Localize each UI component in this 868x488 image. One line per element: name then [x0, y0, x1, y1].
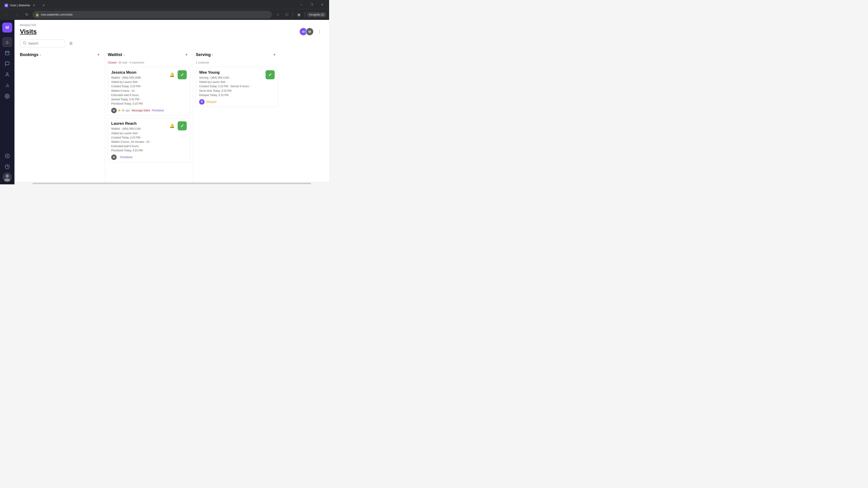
incognito-badge[interactable]: Incognito (2) [307, 12, 327, 17]
lauren-reach-details: Waitlist · (484) 569-1184 · Added by Lau… [111, 127, 166, 153]
header-search [20, 39, 75, 47]
close-button[interactable]: ✕ [317, 1, 327, 8]
wee-young-actions: ✓ [266, 70, 275, 79]
serving-column-title[interactable]: Serving › [196, 53, 213, 57]
tab-title: Visits | Waitwhile [10, 4, 30, 7]
url-text: new.waitwhile.com/visits [41, 13, 269, 16]
serving-column-body: 1 customer Wee Young Serving · (484) 569… [196, 61, 278, 182]
wee-young-check-button[interactable]: ✓ [266, 70, 275, 79]
serving-column-header: Serving › + [196, 49, 278, 61]
lauren-reach-card-top: Lauren Reach Waitlist · (484) 569-1184 ·… [111, 121, 187, 153]
jessica-moon-actions: 🔔 ✓ [168, 70, 187, 79]
wee-young-tag-delayed: Delayed [206, 100, 216, 103]
waitlist-status: Closed [108, 61, 116, 64]
app-header: Moodjoy7434 Visits M M ⋮ [14, 20, 329, 37]
main-content: Moodjoy7434 Visits M M ⋮ [14, 20, 329, 184]
sidebar-item-help[interactable] [2, 162, 12, 172]
lauren-reach-bell-button[interactable]: 🔔 [168, 122, 176, 130]
divider-1 [105, 49, 105, 182]
bookings-column-body [20, 61, 102, 182]
wee-young-name: Wee Young [199, 70, 264, 75]
divider-2 [193, 49, 193, 182]
horizontal-scrollbar-thumb[interactable] [33, 183, 311, 184]
sidebar-item-settings[interactable] [2, 91, 12, 101]
sidebar-toggle-button[interactable]: ▣ [295, 11, 303, 19]
bookings-column-header: Bookings › + [20, 49, 102, 61]
tab-list: W Visits | Waitwhile ✕ + [2, 0, 47, 9]
waitlist-column-title[interactable]: Waitlist › [108, 53, 125, 57]
serving-column: Serving › + 1 customer Wee Young [194, 49, 280, 182]
header-right: M M ⋮ [299, 28, 324, 36]
visit-card-lauren-reach: Lauren Reach Waitlist · (484) 569-1184 ·… [108, 118, 190, 162]
back-button[interactable]: ← [3, 11, 11, 19]
serving-chevron-icon: › [212, 53, 213, 57]
sidebar: M ⌂ [0, 20, 14, 184]
bookings-column-title[interactable]: Bookings › [20, 53, 41, 57]
search-row [14, 37, 329, 49]
jessica-moon-check-button[interactable]: ✓ [178, 70, 187, 79]
wee-young-details: Serving · (484) 569-1182 · Added by Laur… [199, 76, 264, 97]
minimize-button[interactable]: ─ [296, 1, 307, 8]
lauren-reach-footer-avatar: M [111, 155, 117, 160]
svg-rect-0 [5, 51, 9, 55]
browser-toolbar: ← → ↻ 🔒 new.waitwhile.com/visits ☆ ⬡ ▣ I… [0, 9, 329, 20]
waitlist-scroll-area[interactable]: Closed · 6h wait · 4 customers Jessica M… [108, 61, 190, 182]
jessica-moon-tag-prioritized[interactable]: Prioritized [152, 109, 164, 112]
forward-button[interactable]: → [13, 11, 21, 19]
bookings-chevron-icon: › [40, 53, 41, 57]
lauren-reach-tag-prioritized[interactable]: Prioritized [120, 156, 132, 159]
jessica-moon-footer: M 4h ago Message failed Prioritized [111, 108, 187, 113]
board-container: Bookings › + Waitlist › [14, 49, 329, 182]
browser-titlebar: W Visits | Waitwhile ✕ + ─ ❐ ✕ [0, 0, 329, 9]
jessica-moon-alert-dot [119, 109, 120, 111]
jessica-moon-card-top: Jessica Moon Waitlist · (484) 569-1899 ·… [111, 70, 187, 106]
sidebar-item-home[interactable]: ⌂ [2, 37, 12, 47]
waitlist-column-header: Waitlist › + [108, 49, 190, 61]
svg-point-4 [6, 73, 8, 74]
wee-young-footer-avatar: M [199, 99, 205, 105]
bookmark-button[interactable]: ☆ [274, 11, 282, 19]
avatar-2[interactable]: M [306, 28, 314, 36]
sidebar-item-messages[interactable] [2, 59, 12, 69]
active-tab[interactable]: W Visits | Waitwhile ✕ [2, 2, 39, 9]
jessica-moon-info: Jessica Moon Waitlist · (484) 569-1899 ·… [111, 70, 166, 106]
restore-button[interactable]: ❐ [307, 1, 317, 8]
search-container[interactable] [20, 39, 65, 47]
sidebar-user-avatar[interactable] [3, 173, 12, 182]
lauren-reach-footer: M Prioritized [111, 155, 187, 160]
app-container: M ⌂ [0, 20, 329, 184]
address-bar[interactable]: 🔒 new.waitwhile.com/visits [33, 11, 272, 19]
extensions-button[interactable]: ⬡ [283, 11, 291, 19]
jessica-moon-tag-failed[interactable]: Message failed [132, 109, 150, 112]
more-options-button[interactable]: ⋮ [315, 28, 324, 36]
new-tab-button[interactable]: + [40, 2, 47, 9]
sidebar-item-calendar[interactable] [2, 48, 12, 58]
sidebar-item-analytics[interactable] [2, 80, 12, 90]
reload-button[interactable]: ↻ [23, 11, 31, 19]
bookings-add-button[interactable]: + [95, 51, 102, 58]
jessica-moon-footer-meta: 4h ago [119, 109, 130, 112]
lauren-reach-check-button[interactable]: ✓ [178, 121, 187, 130]
serving-add-button[interactable]: + [271, 51, 278, 58]
jessica-moon-bell-button[interactable]: 🔔 [168, 71, 176, 78]
filter-button[interactable] [67, 39, 75, 47]
avatar-group: M M [299, 28, 314, 36]
lauren-reach-name: Lauren Reach [111, 121, 166, 126]
sidebar-logo[interactable]: M [2, 23, 12, 33]
horizontal-scrollbar[interactable] [14, 182, 329, 184]
empty-right-space [280, 49, 326, 182]
window-controls: ─ ❐ ✕ [296, 0, 329, 9]
waitlist-chevron-icon: › [123, 53, 125, 57]
visit-card-wee-young: Wee Young Serving · (484) 569-1182 · Add… [196, 67, 278, 107]
search-input[interactable] [28, 41, 55, 45]
browser-frame: W Visits | Waitwhile ✕ + ─ ❐ ✕ ← → ↻ 🔒 n… [0, 0, 329, 184]
tab-close-button[interactable]: ✕ [32, 3, 36, 7]
lauren-reach-info: Lauren Reach Waitlist · (484) 569-1184 ·… [111, 121, 166, 153]
sidebar-item-flash[interactable] [2, 151, 12, 161]
tab-favicon: W [4, 4, 8, 7]
sidebar-item-users[interactable] [2, 70, 12, 79]
toolbar-separator-2 [305, 12, 305, 18]
lauren-reach-actions: 🔔 ✓ [168, 121, 187, 130]
security-icon: 🔒 [35, 13, 39, 17]
waitlist-add-button[interactable]: + [183, 51, 190, 58]
